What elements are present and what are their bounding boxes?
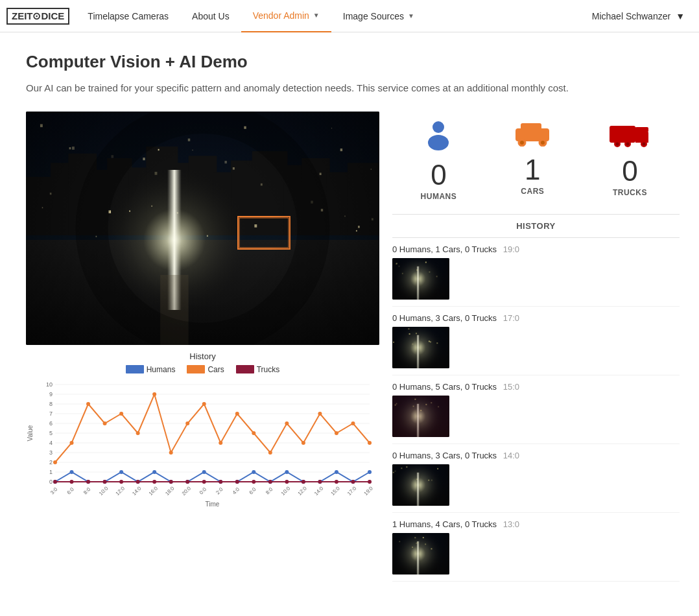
legend-cars: Cars xyxy=(187,365,224,374)
cars-count: 1 xyxy=(513,156,552,184)
history-thumbnail xyxy=(392,327,449,368)
content-row: History Humans Cars Trucks xyxy=(26,112,680,582)
legend-humans-color xyxy=(126,365,144,373)
car-icon xyxy=(513,118,552,153)
legend-trucks: Trucks xyxy=(236,365,280,374)
stat-humans: 0 HUMANS xyxy=(421,118,457,201)
chart-legend: Humans Cars Trucks xyxy=(26,365,379,374)
legend-cars-color xyxy=(187,365,205,373)
left-panel: History Humans Cars Trucks xyxy=(26,112,379,510)
history-item-description: 0 Humans, 3 Cars, 0 Trucks 17:0 xyxy=(392,313,680,323)
svg-point-6 xyxy=(520,141,524,145)
stat-trucks: 0 TRUCKS xyxy=(608,118,651,201)
vendor-admin-chevron-icon: ▼ xyxy=(313,12,320,19)
svg-rect-3 xyxy=(521,123,541,132)
chart-title: History xyxy=(26,351,379,361)
history-thumbnail xyxy=(392,464,449,506)
stats-row: 0 HUMANS 1 CAR xyxy=(392,112,680,215)
image-sources-chevron-icon: ▼ xyxy=(408,12,414,19)
logo[interactable]: ZEIT⊙DICE xyxy=(6,8,69,25)
history-list-item: 0 Humans, 3 Cars, 0 Trucks 17:0 xyxy=(392,307,680,375)
human-icon xyxy=(421,118,457,158)
stat-cars: 1 CARS xyxy=(513,118,552,201)
legend-humans: Humans xyxy=(126,365,176,374)
svg-point-0 xyxy=(432,121,444,133)
svg-point-7 xyxy=(541,141,545,145)
history-thumbnail xyxy=(392,533,449,575)
nav-about-us[interactable]: About Us xyxy=(180,0,241,32)
cars-label: CARS xyxy=(513,187,552,196)
svg-point-1 xyxy=(428,135,449,150)
navigation: ZEIT⊙DICE Timelapse Cameras About Us Ven… xyxy=(0,0,699,32)
user-menu[interactable]: Michael Schwanzer ▼ xyxy=(584,11,693,21)
nav-vendor-admin[interactable]: Vendor Admin ▼ xyxy=(241,0,331,32)
history-chart: History Humans Cars Trucks xyxy=(26,351,379,510)
history-list-item: 0 Humans, 5 Cars, 0 Trucks 15:0 xyxy=(392,375,680,444)
main-content: Computer Vision + AI Demo Our AI can be … xyxy=(0,32,699,595)
camera-canvas xyxy=(26,112,379,345)
page-subtitle: Our AI can be trained for your specific … xyxy=(26,81,610,96)
history-chart-canvas xyxy=(26,378,379,508)
nav-timelapse-cameras[interactable]: Timelapse Cameras xyxy=(76,0,180,32)
page-title: Computer Vision + AI Demo xyxy=(26,52,680,72)
camera-image xyxy=(26,112,379,345)
history-list-item: 1 Humans, 4 Cars, 0 Trucks 13:0 xyxy=(392,513,680,582)
history-item-description: 0 Humans, 1 Cars, 0 Trucks 19:0 xyxy=(392,244,680,254)
legend-trucks-color xyxy=(236,365,254,373)
svg-point-16 xyxy=(643,142,646,145)
thumbnail-canvas xyxy=(392,533,449,575)
history-item-description: 1 Humans, 4 Cars, 0 Trucks 13:0 xyxy=(392,519,680,529)
svg-rect-8 xyxy=(610,126,635,143)
history-list[interactable]: 0 Humans, 1 Cars, 0 Trucks 19:0 0 Humans… xyxy=(392,238,680,582)
humans-label: HUMANS xyxy=(421,192,457,201)
svg-rect-10 xyxy=(635,127,648,132)
svg-point-14 xyxy=(616,142,619,145)
trucks-count: 0 xyxy=(608,157,651,185)
humans-count: 0 xyxy=(421,161,457,189)
thumbnail-canvas xyxy=(392,327,449,368)
history-list-item: 0 Humans, 1 Cars, 0 Trucks 19:0 xyxy=(392,238,680,307)
history-thumbnail xyxy=(392,258,449,300)
history-header: HISTORY xyxy=(392,215,680,238)
thumbnail-canvas xyxy=(392,464,449,506)
user-menu-chevron-icon: ▼ xyxy=(676,11,685,21)
thumbnail-canvas xyxy=(392,258,449,300)
nav-image-sources[interactable]: Image Sources ▼ xyxy=(331,0,426,32)
trucks-label: TRUCKS xyxy=(608,188,651,197)
truck-icon xyxy=(608,118,651,154)
svg-point-15 xyxy=(626,142,630,145)
history-item-description: 0 Humans, 5 Cars, 0 Trucks 15:0 xyxy=(392,382,680,392)
history-list-item: 0 Humans, 3 Cars, 0 Trucks 14:0 xyxy=(392,444,680,513)
right-panel: 0 HUMANS 1 CAR xyxy=(392,112,680,582)
history-thumbnail xyxy=(392,396,449,437)
thumbnail-canvas xyxy=(392,396,449,437)
history-item-description: 0 Humans, 3 Cars, 0 Trucks 14:0 xyxy=(392,451,680,460)
